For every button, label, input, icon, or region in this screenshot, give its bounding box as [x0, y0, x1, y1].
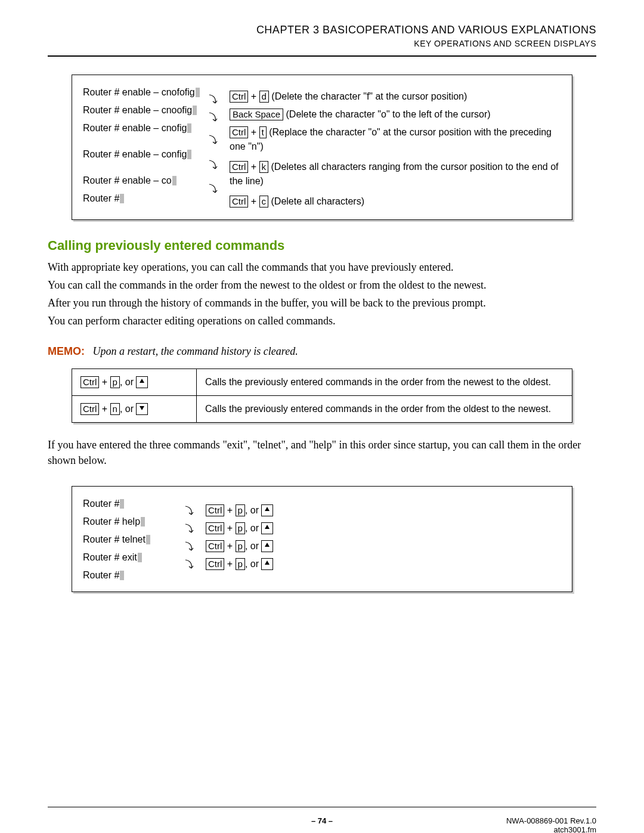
keycap: d	[259, 91, 269, 103]
memo-label: MEMO:	[48, 345, 85, 357]
prompt-line: Router # exit	[83, 549, 178, 566]
body-text: If you have entered the three commands "…	[48, 437, 596, 468]
prompt-line: Router #	[83, 495, 178, 513]
arrow-key-icon	[261, 504, 273, 516]
page-header: CHAPTER 3 BASICOPERATIONS AND VARIOUS EX…	[48, 24, 596, 55]
prompt-line: Router #	[83, 566, 178, 584]
keycap: p	[236, 504, 245, 516]
body-text: You can perform character editing operat…	[48, 313, 596, 329]
prompt-line: Router # enable – config	[83, 145, 202, 163]
keycap: Ctrl	[206, 540, 224, 552]
prompt-line: Router # help	[83, 513, 178, 531]
keycap: p	[110, 376, 120, 388]
svg-marker-1	[140, 406, 144, 410]
keycap: Ctrl	[230, 196, 248, 208]
prompt-column: Router # enable – cnofofigRouter # enabl…	[83, 83, 202, 208]
memo-text: Upon a restart, the command history is c…	[93, 345, 298, 357]
prompt-line: Router # telnet	[83, 531, 178, 549]
keycap: p	[236, 558, 245, 570]
keycap: Ctrl	[206, 558, 224, 570]
keycap: Ctrl	[230, 126, 248, 138]
arrow-key-icon	[136, 403, 148, 415]
svg-marker-4	[265, 543, 270, 547]
arrows-column	[183, 495, 201, 574]
keycap: c	[259, 196, 269, 208]
page-number: – 74 –	[143, 816, 501, 833]
body-text: With appropriate key operations, you can…	[48, 259, 596, 275]
svg-marker-0	[140, 379, 144, 383]
arrow-key-icon	[261, 558, 273, 570]
key-description: Back Space (Delete the character "o" to …	[230, 107, 561, 122]
prompt-line: Router # enable – cnoofig	[83, 101, 202, 119]
key-description: Ctrl + t (Replace the character "o" at t…	[230, 125, 561, 154]
example-panel-1: Router # enable – cnofofigRouter # enabl…	[72, 75, 572, 220]
doc-file: atch3001.fm	[553, 825, 596, 833]
table-row: Ctrl + n, or Calls the previously entere…	[72, 396, 572, 423]
arrows-column	[207, 83, 225, 198]
body-text: You can call the commands in the order f…	[48, 277, 596, 293]
prompt-line: Router # enable – co	[83, 172, 202, 190]
memo: MEMO: Upon a restart, the command histor…	[48, 345, 596, 358]
keycap: k	[259, 161, 269, 173]
table-cell-desc: Calls the previously entered commands in…	[197, 369, 572, 396]
section-title: Calling previously entered commands	[48, 238, 596, 253]
example-panel-2: Router #Router # helpRouter # telnetRout…	[72, 486, 572, 592]
arrow-key-icon	[261, 540, 273, 552]
keycap: p	[236, 540, 245, 552]
arrow-key-icon	[261, 522, 273, 534]
arrow-key-icon	[136, 376, 148, 388]
page-footer: – 74 – NWA-008869-001 Rev.1.0 atch3001.f…	[48, 813, 596, 833]
prompt-line: Router # enable – cnofofig	[83, 83, 202, 101]
key-description: Ctrl + d (Delete the character "f" at th…	[230, 89, 561, 104]
svg-marker-3	[265, 525, 270, 529]
keycap: t	[259, 126, 267, 138]
keycap: p	[236, 522, 245, 534]
description-column: Ctrl + p, or Ctrl + p, or Ctrl + p, or C…	[206, 495, 561, 575]
description-column: Ctrl + d (Delete the character "f" at th…	[230, 83, 561, 212]
keycap: n	[110, 403, 120, 415]
prompt-line: Router #	[83, 190, 202, 208]
body-text: After you run through the history of com…	[48, 295, 596, 311]
keycap: Ctrl	[230, 161, 248, 173]
keycap: Ctrl	[230, 91, 248, 103]
table-cell-desc: Calls the previously entered commands in…	[197, 396, 572, 423]
key-description: Ctrl + p, or	[206, 521, 561, 535]
keycap: Ctrl	[80, 376, 99, 388]
svg-marker-5	[265, 561, 270, 565]
key-description: Ctrl + p, or	[206, 557, 561, 571]
chapter-title: CHAPTER 3 BASICOPERATIONS AND VARIOUS EX…	[48, 24, 596, 36]
header-rule	[48, 55, 596, 57]
key-description: Ctrl + k (Deletes all characters ranging…	[230, 160, 561, 188]
keycap: Ctrl	[206, 504, 224, 516]
key-description: Ctrl + p, or	[206, 503, 561, 518]
footer-rule	[48, 807, 596, 807]
key-description: Ctrl + p, or	[206, 539, 561, 553]
keycap: Back Space	[230, 109, 283, 120]
keycap: Ctrl	[80, 403, 99, 415]
table-row: Ctrl + p, or Calls the previously entere…	[72, 369, 572, 396]
subheader: KEY OPERATIONS AND SCREEN DISPLAYS	[48, 39, 596, 48]
key-table: Ctrl + p, or Calls the previously entere…	[72, 368, 572, 423]
svg-marker-2	[265, 507, 270, 511]
doc-rev: NWA-008869-001 Rev.1.0	[506, 816, 596, 825]
prompt-line: Router # enable – cnofig	[83, 119, 202, 137]
keycap: Ctrl	[206, 522, 224, 534]
prompt-column: Router #Router # helpRouter # telnetRout…	[83, 495, 178, 584]
key-description: Ctrl + c (Delete all characters)	[230, 194, 561, 209]
